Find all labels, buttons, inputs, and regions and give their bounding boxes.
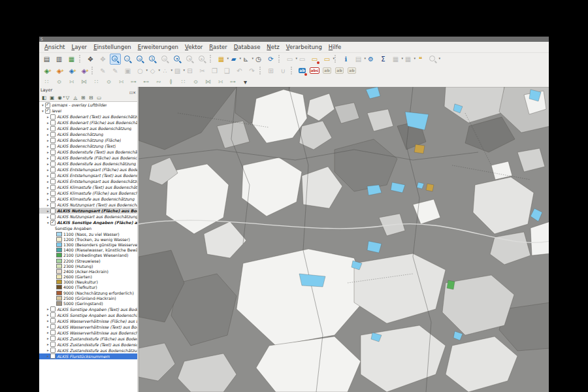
zoom-next-button[interactable]: ▸ — [197, 54, 208, 65]
layer-row[interactable]: ▸ALKIS Klimastufe aus Bodenschätzung — [39, 196, 137, 202]
layer-row[interactable]: ▸ALKIS Nutzungsart (Fläche) aus Bodensch… — [39, 208, 137, 214]
expand-arrow-icon[interactable]: ▸ — [46, 191, 50, 195]
layer-visibility-checkbox[interactable] — [50, 114, 56, 120]
identify-features-button[interactable]: ℹ — [340, 54, 351, 65]
refresh-map-button[interactable]: ⟳ — [265, 54, 276, 65]
plugin-tool-15-button[interactable]: ∺ — [215, 76, 226, 88]
date-time-control-button[interactable]: ▦▾ — [402, 54, 414, 65]
layer-visibility-checkbox[interactable] — [50, 203, 56, 208]
zoom-to-layer-button[interactable]: ▾ — [172, 54, 183, 65]
plugin-tool-10-button[interactable]: ∾ — [153, 76, 164, 88]
feature-actions-button[interactable]: ▤▾ — [353, 54, 364, 65]
layer-visibility-checkbox[interactable] — [50, 324, 56, 329]
expand-arrow-icon[interactable]: ▸ — [46, 209, 50, 213]
plugin-tool-13-button[interactable]: ≎ — [190, 76, 201, 88]
toolbar-handle[interactable] — [278, 55, 282, 63]
layer-row[interactable]: ▸ALKIS Bodenschätzung — [39, 131, 137, 137]
pan-to-selection-button[interactable]: ✥ — [97, 54, 108, 65]
plugin-tools-more-button[interactable]: ▾ — [240, 76, 251, 88]
pin-labels-button[interactable]: ab — [321, 65, 333, 76]
toolbar-handle[interactable] — [335, 55, 338, 63]
temporal-controller-button[interactable]: ◷ — [253, 54, 264, 65]
move-label-button[interactable]: ab — [346, 65, 357, 76]
zoom-to-native-button[interactable]: 1 — [147, 54, 158, 65]
layer-row[interactable]: ▸ALKIS Bodenart (Text) aus Bodenschätzun… — [39, 114, 137, 120]
measure-button[interactable]: ⊾▾ — [240, 54, 252, 65]
expand-arrow-icon[interactable]: ▸ — [46, 156, 50, 160]
copy-features-button[interactable]: ❐ — [209, 65, 220, 76]
filter-legend-button[interactable]: ▽ — [64, 94, 71, 101]
manage-map-themes-button[interactable]: ◉▾ — [56, 94, 63, 101]
plugin-tool-6-button[interactable]: ≎ — [103, 76, 114, 88]
legend-class-row[interactable]: 2400 (Acker-Hackrain) — [39, 269, 137, 274]
layer-row[interactable]: ▸ALKIS Flurstücksnummern — [39, 353, 137, 359]
layer-visibility-checkbox[interactable] — [50, 318, 56, 323]
legend-class-row[interactable]: 4000 (Tiefkultur) — [39, 285, 137, 290]
expand-arrow-icon[interactable]: ▸ — [46, 197, 50, 201]
layer-visibility-checkbox[interactable] — [50, 126, 56, 131]
plugin-tool-7-button[interactable]: ∺ — [116, 76, 127, 88]
expand-arrow-icon[interactable]: ▸ — [46, 331, 50, 335]
pan-map-button[interactable]: ✥ — [85, 54, 96, 65]
layer-row[interactable]: ▸ALKIS Wasserverhältnisse (Text) aus Bod… — [39, 324, 137, 330]
dropdown-caret-icon[interactable]: ▾ — [438, 54, 440, 63]
layer-visibility-checkbox[interactable] — [50, 167, 56, 172]
layer-row[interactable]: ▸ALKIS Bodenschätzung (Text) — [39, 143, 137, 149]
menu-verarbeitung[interactable]: Verarbeitung — [283, 43, 325, 51]
plugin-tool-11-button[interactable]: ≬ — [165, 76, 176, 88]
redo-button[interactable]: ↷ — [246, 65, 257, 76]
layer-visibility-checkbox[interactable] — [50, 214, 56, 220]
layer-row[interactable]: ▸ALKIS Klimastufe (Fläche) aus Bodenschä… — [39, 190, 137, 196]
expand-arrow-icon[interactable]: ▸ — [46, 168, 50, 172]
new-spatialite-layer-button[interactable]: ◈+ — [66, 65, 77, 76]
open-layer-styling-button[interactable]: ◧ — [41, 94, 48, 101]
layer-visibility-checkbox[interactable] — [50, 336, 56, 341]
legend-class-row[interactable]: 2300 (Hutung) — [39, 263, 137, 269]
legend-class-row[interactable]: 1300 (Besonders günstige Wasserverhältni… — [39, 242, 137, 247]
layer-visibility-checkbox[interactable] — [50, 185, 56, 190]
new-shapefile-layer-button[interactable]: ◈+ — [54, 65, 65, 76]
layer-visibility-checkbox[interactable]: ✓ — [45, 108, 50, 114]
menu-raster[interactable]: Raster — [206, 43, 230, 51]
layer-row[interactable]: ▸ALKIS Entstehungsart (Text) aus Bodensc… — [39, 172, 137, 178]
menu-einstellungen[interactable]: Einstellungen — [90, 43, 135, 51]
layer-labeling-button[interactable]: ab — [297, 65, 308, 76]
toolbar-handle[interactable] — [91, 67, 95, 74]
expand-arrow-icon[interactable]: ▸ — [46, 203, 50, 207]
layer-visibility-checkbox[interactable] — [50, 179, 56, 184]
layer-row[interactable]: ▸ALKIS Bodenart aus Bodenschätzung — [39, 125, 137, 131]
plugin-tool-3-button[interactable]: ∺ — [66, 76, 77, 88]
legend-class-row[interactable]: 1200 (Trocken, zu wenig Wasser) — [39, 237, 137, 242]
layer-row[interactable]: ▸ALKIS Entstehungsart (Fläche) aus Boden… — [39, 167, 137, 172]
menu-vektor[interactable]: Vektor — [182, 43, 206, 51]
collapse-arrow-icon[interactable]: ▾ — [41, 103, 45, 107]
layer-row[interactable]: ▸ALKIS Bodenart (Fläche) aus Bodenschätz… — [39, 120, 137, 125]
style-manager-button[interactable]: ▦ — [66, 54, 77, 65]
layer-visibility-checkbox[interactable] — [50, 138, 56, 143]
toolbar-handle[interactable] — [259, 67, 263, 74]
layer-visibility-checkbox[interactable] — [50, 150, 56, 155]
expand-arrow-icon[interactable]: ▸ — [46, 174, 50, 178]
add-group-button[interactable]: ▣ — [48, 94, 56, 101]
layer-row[interactable]: ▸ALKIS Wasserverhältnisse (Fläche) aus B… — [39, 318, 137, 324]
expand-arrow-icon[interactable]: ▸ — [46, 348, 50, 352]
collapse-arrow-icon[interactable]: ▾ — [46, 221, 50, 225]
layer-visibility-checkbox[interactable] — [50, 144, 56, 149]
menu-erweiterungen[interactable]: Erweiterungen — [135, 43, 182, 51]
zoom-out-button[interactable]: − — [122, 54, 133, 65]
layer-row[interactable]: ▸ALKIS Bodenstufe (Fläche) aus Bodenschä… — [39, 155, 137, 161]
layer-visibility-checkbox[interactable] — [50, 312, 56, 318]
bookmarks-button[interactable]: ▰▾ — [228, 54, 239, 65]
expand-arrow-icon[interactable]: ▸ — [46, 313, 50, 317]
collapse-all-button[interactable]: ⊟ — [88, 94, 95, 101]
layer-visibility-checkbox[interactable] — [50, 132, 56, 137]
vertex-tool-button[interactable]: ∴▾ — [159, 65, 171, 76]
plugin-tool-4-button[interactable]: ⋈ — [78, 76, 90, 88]
add-record-button[interactable]: ▣ — [122, 65, 133, 76]
layer-row[interactable]: ▸ALKIS Entstehungsart aus Bodenschätzung — [39, 178, 137, 184]
new-geopackage-layer-button[interactable]: ◈+ — [41, 65, 52, 76]
statistics-panel-button[interactable]: Σ — [378, 54, 389, 65]
snapping-options-button[interactable]: ∪ — [278, 65, 289, 76]
filter-by-expression-button[interactable]: ◬ — [72, 94, 79, 101]
expand-arrow-icon[interactable]: ▸ — [46, 121, 50, 125]
